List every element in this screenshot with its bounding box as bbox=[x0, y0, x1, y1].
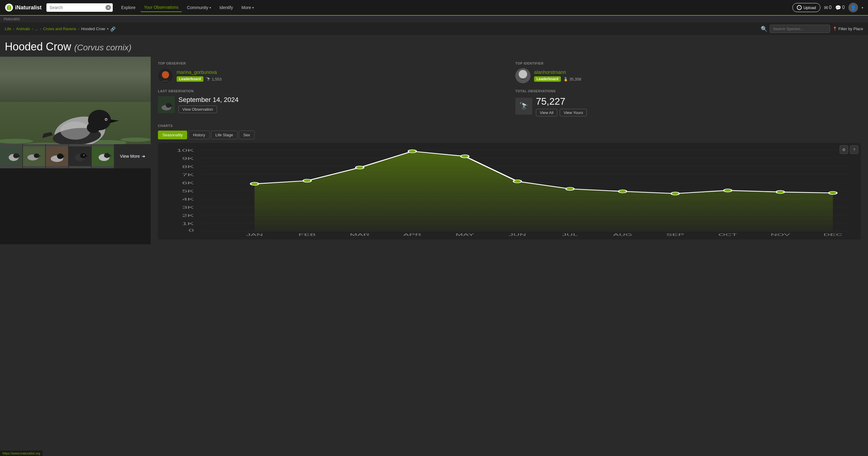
last-observation-label: LAST OBSERVATION bbox=[158, 89, 503, 93]
sep-3: › bbox=[40, 27, 41, 31]
observer-badge-row: Leaderboard 🔭 1,553 bbox=[177, 76, 221, 82]
svg-point-27 bbox=[13, 153, 19, 158]
data-point-jan bbox=[250, 182, 258, 185]
sep-4: › bbox=[78, 27, 79, 31]
data-point-aug bbox=[618, 190, 627, 193]
breadcrumb-ellipsis[interactable]: ... bbox=[35, 27, 38, 31]
breadcrumb-crows-ravens[interactable]: Crows and Ravens bbox=[43, 27, 76, 31]
identifier-details: alanhorstmann Leaderboard 🏅 35,358 bbox=[534, 70, 581, 82]
sep-1: › bbox=[13, 27, 14, 31]
nav-link-identify[interactable]: Identify bbox=[216, 3, 237, 12]
view-all-button[interactable]: View All bbox=[536, 109, 557, 116]
svg-text:9K: 9K bbox=[182, 156, 194, 161]
user-dropdown-icon[interactable]: ▾ bbox=[862, 6, 863, 9]
nav-link-explore[interactable]: Explore bbox=[118, 3, 139, 12]
binoculars-icon: 🔭 bbox=[206, 77, 211, 81]
nav-right: ↑ Upload ✉ 0 💬 0 👤 ▾ bbox=[792, 3, 863, 12]
svg-text:8K: 8K bbox=[182, 164, 194, 169]
info-panel: TOP OBSERVER marina_gorbunova Leaderboar… bbox=[151, 57, 868, 244]
species-search-input[interactable] bbox=[770, 25, 830, 33]
chart-controls: ⚙ ? bbox=[840, 145, 858, 154]
species-search-icon[interactable]: 🔍 bbox=[761, 26, 767, 32]
data-point-nov bbox=[776, 190, 784, 193]
comments-button[interactable]: 💬 0 bbox=[835, 5, 845, 10]
charts-section: CHARTS Seasonality History Life Stage Se… bbox=[158, 124, 861, 239]
upload-button[interactable]: ↑ Upload bbox=[792, 3, 820, 12]
top-stats-grid: TOP OBSERVER marina_gorbunova Leaderboar… bbox=[158, 61, 861, 119]
total-obs-inner: 🔭 75,227 View All View Yours bbox=[516, 96, 861, 116]
observer-leaderboard-badge: Leaderboard bbox=[177, 76, 204, 82]
chart-tab-life-stage[interactable]: Life Stage bbox=[211, 131, 238, 139]
top-identifier-block: TOP IDENTIFIER alanhorstmann Leaderboard bbox=[516, 61, 861, 83]
image-panel: View More ➔ bbox=[0, 57, 151, 244]
nav-link-community[interactable]: Community ▾ bbox=[183, 3, 215, 12]
view-yours-button[interactable]: View Yours bbox=[560, 109, 587, 116]
search-clear-button[interactable]: ✕ bbox=[105, 5, 111, 10]
data-point-jun bbox=[513, 180, 521, 183]
chart-container: ⚙ ? 10K 9K 8K 7K 6K 5 bbox=[158, 143, 861, 239]
svg-point-41 bbox=[104, 153, 110, 158]
community-dropdown-icon: ▾ bbox=[210, 6, 211, 9]
mail-button[interactable]: ✉ 0 bbox=[824, 5, 832, 10]
logo[interactable]: iNaturalist bbox=[5, 3, 41, 12]
chart-tab-seasonality[interactable]: Seasonality bbox=[158, 131, 187, 139]
svg-rect-1 bbox=[0, 57, 151, 102]
thumbnail-4[interactable] bbox=[69, 144, 91, 168]
x-label-oct: OCT bbox=[718, 233, 737, 237]
thumb-image-5 bbox=[92, 144, 114, 168]
chart-settings-button[interactable]: ⚙ bbox=[840, 145, 848, 154]
breadcrumb-dropdown-icon[interactable]: ▾ bbox=[107, 27, 108, 30]
top-identifier-label: TOP IDENTIFIER bbox=[516, 61, 861, 65]
filter-place-button[interactable]: 📍 Filter by Place bbox=[832, 27, 863, 31]
identifier-badge-row: Leaderboard 🏅 35,358 bbox=[534, 76, 581, 82]
user-avatar[interactable]: 👤 bbox=[848, 3, 858, 12]
view-observation-button[interactable]: View Observation bbox=[179, 106, 217, 113]
identifier-avatar[interactable] bbox=[516, 68, 530, 83]
chart-help-button[interactable]: ? bbox=[850, 145, 858, 154]
main-image-container[interactable] bbox=[0, 57, 151, 144]
last-obs-date: September 14, 2024 bbox=[179, 96, 239, 104]
view-more-button[interactable]: View More ➔ bbox=[115, 144, 151, 168]
last-obs-thumbnail[interactable] bbox=[158, 96, 175, 113]
main-species-image bbox=[0, 57, 151, 144]
identifier-count: 🏅 35,358 bbox=[563, 77, 581, 81]
identifier-name[interactable]: alanhorstmann bbox=[534, 70, 581, 75]
search-input[interactable] bbox=[46, 3, 113, 12]
status-bar: https://www.inaturalist.org bbox=[0, 451, 42, 456]
identifier-avatar-img bbox=[516, 68, 530, 83]
svg-text:10K: 10K bbox=[177, 148, 194, 152]
svg-text:1K: 1K bbox=[182, 221, 194, 226]
more-dropdown-icon: ▾ bbox=[252, 6, 254, 9]
svg-point-48 bbox=[166, 103, 171, 108]
thumbnail-3[interactable] bbox=[46, 144, 68, 168]
svg-text:7K: 7K bbox=[182, 172, 194, 177]
breadcrumb-life[interactable]: Life bbox=[5, 27, 11, 31]
x-label-sep: SEP bbox=[666, 233, 684, 237]
charts-label: CHARTS bbox=[158, 124, 861, 127]
nav-link-your-observations[interactable]: Your Observations bbox=[141, 3, 182, 12]
observer-avatar[interactable] bbox=[158, 68, 173, 83]
svg-text:3K: 3K bbox=[182, 205, 194, 209]
data-point-may bbox=[461, 155, 469, 158]
thumbnail-2[interactable] bbox=[23, 144, 45, 168]
breadcrumb-link-icon[interactable]: 🔗 bbox=[110, 27, 116, 31]
breadcrumb-animals[interactable]: Animals bbox=[16, 27, 30, 31]
data-point-mar bbox=[355, 166, 364, 169]
chart-tab-history[interactable]: History bbox=[188, 131, 210, 139]
x-label-jan: JAN bbox=[246, 233, 263, 237]
identifier-info: alanhorstmann Leaderboard 🏅 35,358 bbox=[516, 68, 861, 83]
nav-link-more[interactable]: More ▾ bbox=[238, 3, 257, 12]
data-point-jul bbox=[566, 187, 574, 190]
chart-tabs: Seasonality History Life Stage Sex bbox=[158, 131, 861, 139]
x-label-jul: JUL bbox=[562, 233, 578, 237]
observer-name[interactable]: marina_gorbunova bbox=[177, 70, 221, 75]
thumbnail-1[interactable] bbox=[0, 144, 22, 168]
x-label-jun: JUN bbox=[509, 233, 526, 237]
svg-text:0: 0 bbox=[188, 228, 194, 232]
data-point-sep bbox=[671, 192, 679, 195]
observer-count: 🔭 1,553 bbox=[206, 77, 222, 81]
thumb-image-1 bbox=[0, 144, 22, 168]
chart-tab-sex[interactable]: Sex bbox=[239, 131, 254, 139]
thumbnail-5[interactable] bbox=[92, 144, 114, 168]
total-obs-details: 75,227 View All View Yours bbox=[536, 96, 587, 116]
